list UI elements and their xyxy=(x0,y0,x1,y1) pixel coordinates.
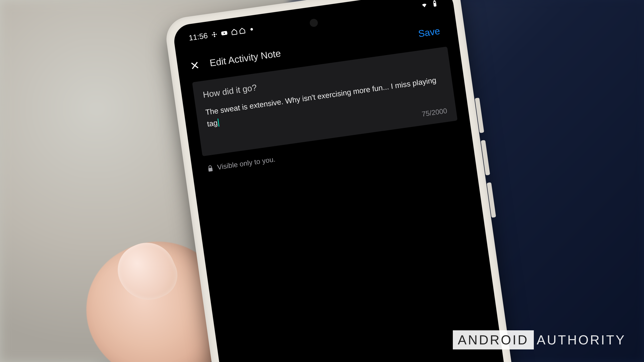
watermark-brand: ANDROID xyxy=(453,330,534,349)
phone-side-button xyxy=(475,98,484,133)
battery-icon xyxy=(431,0,438,7)
close-button[interactable] xyxy=(189,60,200,71)
watermark: ANDROID AUTHORITY xyxy=(453,330,629,349)
phone-screen: 11:56 xyxy=(172,0,526,362)
youtube-icon xyxy=(221,29,228,37)
svg-rect-8 xyxy=(434,3,436,6)
fitbit-icon xyxy=(211,31,218,38)
svg-point-3 xyxy=(214,36,215,37)
svg-point-4 xyxy=(216,34,217,35)
save-button[interactable]: Save xyxy=(418,25,446,39)
status-time: 11:56 xyxy=(188,31,208,42)
phone-side-button xyxy=(481,140,490,175)
svg-point-1 xyxy=(213,32,215,33)
visibility-label: Visible only to you. xyxy=(217,155,276,171)
watermark-suffix: AUTHORITY xyxy=(534,330,629,349)
svg-point-2 xyxy=(213,34,215,35)
lock-icon xyxy=(207,164,214,172)
svg-point-0 xyxy=(212,34,213,35)
app-content: Edit Activity Note Save How did it go? T… xyxy=(176,17,473,184)
phone-device: 11:56 xyxy=(164,0,568,362)
home-icon xyxy=(231,28,238,35)
phone-side-button xyxy=(487,182,496,218)
notification-dot-icon xyxy=(250,28,253,31)
svg-rect-7 xyxy=(434,1,435,2)
svg-rect-9 xyxy=(208,168,213,172)
wifi-icon xyxy=(421,1,428,9)
close-icon xyxy=(189,60,200,71)
home-icon xyxy=(238,27,246,34)
